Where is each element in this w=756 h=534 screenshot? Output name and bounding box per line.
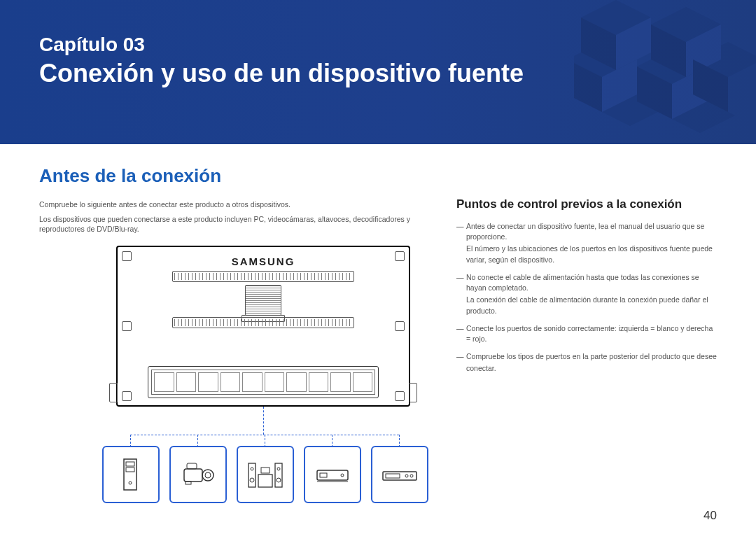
svg-rect-17 [126,462,134,466]
checkpoint-subtext: conectar. [466,363,717,374]
connector-line [399,435,400,447]
svg-point-21 [202,470,214,481]
mount-hole [122,321,132,331]
svg-point-31 [276,478,281,482]
port-strip [151,370,375,395]
svg-point-40 [410,475,413,477]
checkpoint-item: No conecte el cable de alimentación hast… [456,272,717,316]
side-port-left [109,383,118,402]
document-page: Capítulo 03 Conexión y uso de un disposi… [0,0,756,534]
connector-line [130,435,131,447]
mount-hole [395,391,405,401]
checkpoint-item: Conecte los puertos de sonido correctame… [456,323,717,344]
checkpoint-text: Conecte los puertos de sonido correctame… [466,324,713,343]
mount-hole [122,251,132,261]
checkpoint-text: No conecte el cable de alimentación hast… [466,273,699,292]
intro-paragraph-2: Los dispositivos que pueden conectarse a… [39,214,431,234]
checkpoint-item: Antes de conectar un dispositivo fuente,… [456,221,717,265]
checkpoint-subtext: La conexión del cable de alimentación du… [466,295,717,316]
mount-hole [122,391,132,401]
checkpoint-text: Antes de conectar un dispositivo fuente,… [466,222,704,241]
vent-slot-top [172,271,354,282]
monitor-back-illustration: SAMSUNG [116,246,410,407]
device-speakers [237,446,294,503]
checkpoint-subtext: El número y las ubicaciones de los puert… [466,244,717,265]
svg-rect-27 [258,475,272,487]
cube-pattern-decoration [574,0,756,144]
svg-point-39 [405,475,408,477]
intro-paragraph-1: Compruebe lo siguiente antes de conectar… [39,199,431,210]
side-port-right [409,383,417,402]
svg-point-19 [129,482,132,484]
content-area: Antes de la conexión Compruebe lo siguie… [0,144,756,503]
section-title: Antes de la conexión [39,165,431,187]
svg-rect-34 [320,473,327,477]
checkpoint-text: Compruebe los tipos de puertos en la par… [466,352,717,360]
svg-rect-25 [248,463,255,487]
svg-rect-18 [126,468,134,472]
monitor-logo: SAMSUNG [232,255,295,267]
svg-rect-32 [261,468,270,473]
svg-rect-20 [184,469,202,482]
svg-point-35 [341,474,344,477]
svg-rect-23 [187,463,197,469]
connector-line [197,435,198,447]
svg-point-28 [251,468,253,470]
svg-rect-38 [386,474,400,478]
right-column: Puntos de control previos a la conexión … [456,165,717,503]
checkpoint-item: Compruebe los tipos de puertos en la par… [456,351,717,374]
svg-rect-33 [317,470,348,480]
svg-point-22 [205,472,211,478]
svg-rect-26 [275,463,282,487]
chapter-header: Capítulo 03 Conexión y uso de un disposi… [0,0,756,144]
mount-hole [395,321,405,331]
port-bay [148,366,379,398]
device-settopbox [304,446,361,503]
connector-line [263,407,264,435]
svg-point-29 [250,478,254,482]
mount-hole [395,251,405,261]
left-column: Antes de la conexión Compruebe lo siguie… [39,165,431,503]
connection-diagram: SAMSUNG [39,246,431,503]
svg-point-30 [277,468,280,470]
page-number: 40 [704,509,717,523]
center-panel [245,285,281,316]
connector-line [332,435,332,447]
connector-line [265,435,265,447]
vent-slot-bottom [172,317,354,328]
checkpoints-title: Puntos de control previos a la conexión [456,197,717,211]
source-devices-row [102,446,431,503]
device-camcorder [169,446,227,503]
device-player [371,446,428,503]
device-pc [102,446,160,503]
